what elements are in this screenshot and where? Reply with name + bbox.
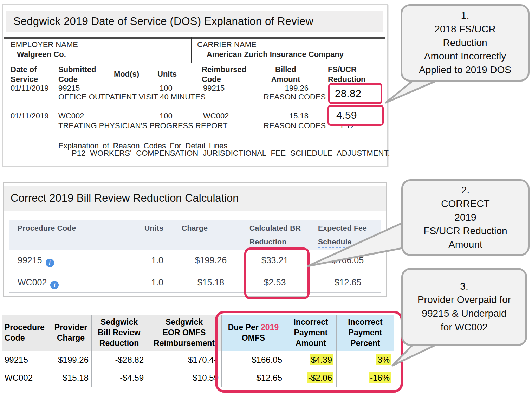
incorrect-payment-highlight-frame bbox=[215, 311, 403, 393]
calc-row2-expected-fee: $12.65 bbox=[314, 277, 381, 288]
cmp-row1-code: 99215 bbox=[2, 351, 50, 369]
calc-header-units: Units bbox=[126, 224, 163, 232]
calc-row2-code: WC002i bbox=[18, 277, 59, 289]
column-header-reimbursed-code: Reimbursed Code bbox=[202, 65, 246, 84]
cmp-row2-sedgwick-reimbursement: $10.59 bbox=[147, 369, 222, 387]
billing-review-infographic: Sedgwick 2019 Date of Service (DOS) Expl… bbox=[0, 0, 532, 393]
carrier-label: CARRIER NAME bbox=[197, 40, 257, 49]
row2-units: 100 bbox=[160, 111, 173, 121]
info-icon[interactable]: i bbox=[46, 259, 54, 267]
column-header-units: Units bbox=[157, 70, 177, 79]
row2-submitted-code: WC002 bbox=[58, 111, 84, 121]
column-header-billed-amount: Billed Amount bbox=[261, 65, 310, 84]
calc-row2-charge: $15.18 bbox=[184, 277, 237, 288]
row1-reimbursed-code: 99215 bbox=[203, 84, 225, 93]
divider bbox=[9, 271, 381, 271]
row2-billed-amount: 15.18 bbox=[261, 111, 309, 121]
row2-date-of-service: 01/11/2019 bbox=[11, 111, 48, 121]
cmp-row2-code: WC002 bbox=[2, 369, 50, 387]
row1-fsucr-reduction-highlight-box: 28.82 bbox=[328, 83, 382, 104]
calc-header-calculated-br[interactable]: Calculated BR bbox=[249, 224, 301, 232]
column-header-date-of-service: Date of Service bbox=[11, 65, 38, 84]
row1-date-of-service: 01/11/2019 bbox=[11, 84, 48, 93]
cmp-row1-sedgwick-reimbursement: $170.44 bbox=[147, 351, 222, 369]
cmp-header-provider-charge: Provider Charge bbox=[50, 315, 92, 351]
divider bbox=[4, 37, 385, 39]
calc-row1-units: 1.0 bbox=[126, 255, 163, 265]
correct-reduction-highlight-frame bbox=[244, 247, 310, 299]
column-header-mods: Mod(s) bbox=[114, 70, 139, 79]
row1-submitted-code: 99215 bbox=[58, 84, 80, 93]
employer-label: EMPLOYER NAME bbox=[11, 40, 78, 49]
cmp-row1-provider-charge: $199.26 bbox=[50, 351, 92, 369]
row1-units: 100 bbox=[160, 84, 173, 93]
calc-title-bar: Correct 2019 Bill Review Reduction Calcu… bbox=[4, 186, 386, 211]
divider bbox=[9, 292, 381, 293]
callout-3-overpaid-underpaid: 3. Provider Overpaid for 99215 & Underpa… bbox=[401, 268, 527, 346]
carrier-name: American Zurich Insurance Company bbox=[207, 50, 344, 59]
cmp-row2-provider-charge: $15.18 bbox=[50, 369, 92, 387]
eor-title-bar: Sedgwick 2019 Date of Service (DOS) Expl… bbox=[6, 11, 383, 32]
eor-document-panel: Sedgwick 2019 Date of Service (DOS) Expl… bbox=[2, 4, 388, 167]
row1-description: OFFICE OUTPATIENT VISIT 40 MINUTES bbox=[58, 92, 206, 102]
cmp-header-sedgwick-bill-review-reduction: Sedgwick Bill Review Reduction bbox=[92, 315, 147, 351]
calc-row1-expected-fee: $166.05 bbox=[314, 255, 381, 265]
callout-1-incorrect-2018-reduction: 1. 2018 FS/UCR Reduction Amount Incorrec… bbox=[401, 4, 530, 82]
cmp-row2-sedgwick-reduction: -$4.59 bbox=[92, 369, 147, 387]
row2-reimbursed-code: WC002 bbox=[203, 111, 229, 121]
row2-description: TREATING PHYSICIAN'S PROGRESS REPORT bbox=[58, 121, 227, 130]
correct-calculation-panel: Correct 2019 Bill Review Reduction Calcu… bbox=[3, 182, 387, 297]
cmp-row1-sedgwick-reduction: -$28.82 bbox=[92, 351, 147, 369]
row2-reason-codes-label: REASON CODES bbox=[264, 121, 326, 130]
row2-fsucr-reduction-highlight-box: 4.59 bbox=[327, 105, 384, 126]
row1-reason-codes-label: REASON CODES bbox=[264, 92, 326, 102]
calc-header-schedule[interactable]: Schedule bbox=[318, 238, 352, 246]
cmp-header-procedure-code: Procedure Code bbox=[2, 315, 50, 351]
calc-row1-code: 99215i bbox=[18, 255, 54, 267]
row1-billed-amount: 199.26 bbox=[261, 84, 309, 93]
info-icon[interactable]: i bbox=[50, 281, 59, 289]
divider bbox=[191, 37, 192, 63]
column-header-submitted-code: Submitted Code bbox=[58, 65, 96, 84]
divider bbox=[4, 63, 385, 64]
eor-title: Sedgwick 2019 Date of Service (DOS) Expl… bbox=[6, 15, 313, 28]
calc-title: Correct 2019 Bill Review Reduction Calcu… bbox=[4, 192, 239, 205]
calc-header-charge[interactable]: Charge bbox=[182, 224, 208, 232]
calc-header-procedure-code: Procedure Code bbox=[18, 224, 76, 232]
calc-header-reduction: Reduction bbox=[249, 238, 286, 246]
divider bbox=[4, 82, 385, 83]
employer-name: Walgreen Co. bbox=[17, 50, 66, 59]
reason-code-p12-explanation: P12 WORKERS' COMPENSATION JURISDICTIONAL… bbox=[72, 149, 390, 158]
calc-header-expected-fee[interactable]: Expected Fee bbox=[318, 224, 367, 232]
cmp-header-sedgwick-eor-omfs-reimbursement: Sedgwick EOR OMFS Reimbursement bbox=[147, 315, 222, 351]
calc-row2-units: 1.0 bbox=[126, 277, 163, 288]
calc-row1-charge: $199.26 bbox=[184, 255, 237, 265]
callout-2-correct-2019-reduction: 2. CORRECT 2019 FS/UCR Reduction Amount bbox=[401, 179, 530, 256]
column-header-fsucr-reduction: FS/UCR Reduction bbox=[328, 65, 366, 84]
